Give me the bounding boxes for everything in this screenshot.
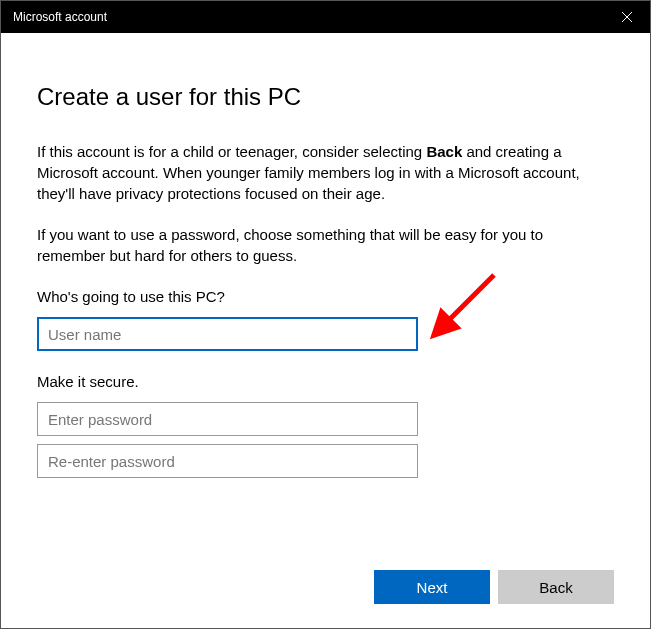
- password-input[interactable]: [37, 402, 418, 436]
- back-button[interactable]: Back: [498, 570, 614, 604]
- footer-buttons: Next Back: [374, 570, 614, 604]
- password-section-label: Make it secure.: [37, 373, 614, 390]
- window: Microsoft account Create a user for this…: [0, 0, 651, 629]
- window-title: Microsoft account: [13, 10, 107, 24]
- intro-paragraph-2: If you want to use a password, choose so…: [37, 224, 614, 266]
- close-button[interactable]: [604, 1, 650, 33]
- page-heading: Create a user for this PC: [37, 83, 614, 111]
- intro-paragraph-1: If this account is for a child or teenag…: [37, 141, 614, 204]
- content-area: Create a user for this PC If this accoun…: [1, 33, 650, 628]
- intro-text-pre: If this account is for a child or teenag…: [37, 143, 426, 160]
- password-confirm-input[interactable]: [37, 444, 418, 478]
- back-emphasis: Back: [426, 143, 462, 160]
- username-input[interactable]: [37, 317, 418, 351]
- titlebar: Microsoft account: [1, 1, 650, 33]
- next-button[interactable]: Next: [374, 570, 490, 604]
- username-section-label: Who's going to use this PC?: [37, 288, 614, 305]
- close-icon: [622, 12, 632, 22]
